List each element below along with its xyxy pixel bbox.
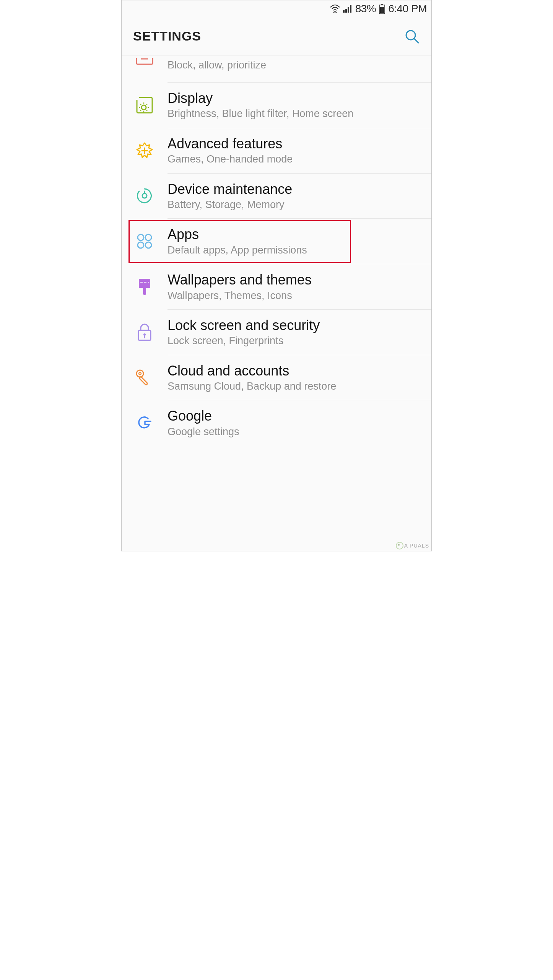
svg-rect-44	[139, 376, 148, 385]
item-title: Google	[168, 408, 424, 424]
clock-time: 6:40 PM	[388, 3, 427, 15]
advanced-features-icon	[133, 141, 156, 160]
svg-point-30	[138, 242, 144, 248]
item-title: Apps	[168, 226, 424, 242]
svg-point-28	[138, 234, 144, 241]
signal-icon	[343, 5, 352, 13]
lock-icon	[133, 323, 156, 342]
settings-item-cloud-accounts[interactable]: Cloud and accounts Samsung Cloud, Backup…	[122, 355, 431, 400]
page-title: SETTINGS	[133, 29, 201, 44]
settings-list[interactable]: Block, allow, prioritize	[122, 55, 431, 445]
svg-rect-32	[139, 279, 150, 282]
item-subtitle: Brightness, Blue light filter, Home scre…	[168, 107, 424, 120]
item-title: Cloud and accounts	[168, 363, 424, 379]
svg-point-45	[396, 542, 403, 549]
settings-item-display[interactable]: Display Brightness, Blue light filter, H…	[122, 83, 431, 128]
wifi-icon	[330, 5, 340, 13]
svg-point-15	[142, 105, 146, 110]
item-title: Advanced features	[168, 136, 424, 151]
svg-point-26	[142, 193, 147, 198]
item-title: Display	[168, 90, 424, 106]
svg-line-21	[146, 104, 147, 105]
device-maintenance-icon	[133, 187, 156, 205]
item-subtitle: Block, allow, prioritize	[168, 59, 424, 71]
item-subtitle: Lock screen, Fingerprints	[168, 335, 424, 347]
search-button[interactable]	[404, 28, 420, 44]
item-subtitle: Wallpapers, Themes, Icons	[168, 289, 424, 302]
item-title: Device maintenance	[168, 181, 424, 197]
settings-item-advanced-features[interactable]: Advanced features Games, One-handed mode	[122, 128, 431, 173]
wallpapers-icon	[133, 277, 156, 296]
svg-line-23	[146, 110, 147, 111]
watermark-text: A PUALS	[404, 543, 429, 549]
settings-item-wallpapers-themes[interactable]: Wallpapers and themes Wallpapers, Themes…	[122, 264, 431, 309]
item-subtitle: Google settings	[168, 426, 424, 438]
item-title: Lock screen and security	[168, 317, 424, 333]
svg-point-42	[137, 370, 143, 377]
display-icon	[133, 96, 156, 114]
svg-rect-2	[345, 9, 347, 13]
item-title: Wallpapers and themes	[168, 272, 424, 288]
app-header: SETTINGS	[122, 17, 431, 55]
svg-rect-37	[139, 283, 150, 288]
svg-point-29	[145, 234, 151, 241]
svg-line-9	[414, 39, 418, 43]
battery-percent: 83%	[355, 3, 376, 15]
settings-item-google[interactable]: Google Google settings	[122, 400, 431, 445]
svg-rect-38	[143, 288, 146, 294]
settings-item-lock-screen[interactable]: Lock screen and security Lock screen, Fi…	[122, 310, 431, 355]
svg-rect-3	[348, 7, 349, 13]
svg-line-20	[140, 104, 141, 105]
apps-icon	[133, 232, 156, 250]
item-subtitle: Samsung Cloud, Backup and restore	[168, 380, 424, 392]
settings-screen: 83% 6:40 PM SETTINGS	[121, 0, 432, 551]
svg-point-46	[398, 544, 400, 546]
settings-item-apps[interactable]: Apps Default apps, App permissions	[122, 219, 431, 264]
item-subtitle: Games, One-handed mode	[168, 153, 424, 165]
svg-rect-7	[380, 7, 384, 13]
svg-point-31	[145, 242, 151, 248]
settings-item-notifications[interactable]: Block, allow, prioritize	[122, 55, 431, 82]
svg-rect-4	[350, 5, 351, 13]
google-icon	[133, 414, 156, 432]
item-subtitle: Battery, Storage, Memory	[168, 198, 424, 211]
svg-rect-1	[343, 10, 345, 13]
settings-item-device-maintenance[interactable]: Device maintenance Battery, Storage, Mem…	[122, 174, 431, 219]
svg-line-22	[140, 110, 141, 111]
status-bar: 83% 6:40 PM	[122, 0, 431, 17]
notifications-icon	[133, 58, 156, 72]
item-subtitle: Default apps, App permissions	[168, 244, 424, 256]
svg-point-43	[139, 372, 141, 375]
watermark: A PUALS	[396, 542, 429, 549]
cloud-accounts-icon	[133, 368, 156, 387]
battery-icon	[379, 4, 385, 14]
